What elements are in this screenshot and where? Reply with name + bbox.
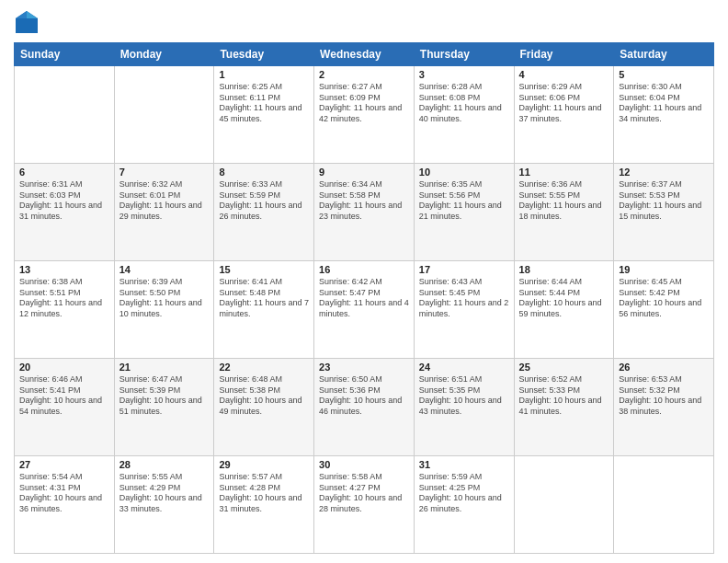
calendar-table: SundayMondayTuesdayWednesdayThursdayFrid…: [14, 42, 714, 554]
day-number: 14: [119, 264, 210, 275]
logo-icon: [14, 9, 40, 35]
day-number: 22: [219, 362, 309, 373]
day-number: 8: [219, 167, 309, 178]
day-header-friday: Friday: [514, 43, 614, 66]
day-header-saturday: Saturday: [614, 43, 714, 66]
day-cell: 3Sunrise: 6:28 AMSunset: 6:08 PMDaylight…: [414, 66, 514, 164]
day-info: Sunrise: 6:46 AMSunset: 5:41 PMDaylight:…: [19, 374, 109, 418]
day-info: Sunrise: 6:37 AMSunset: 5:53 PMDaylight:…: [619, 179, 709, 223]
day-cell: 14Sunrise: 6:39 AMSunset: 5:50 PMDayligh…: [114, 261, 214, 359]
calendar-header-row: SundayMondayTuesdayWednesdayThursdayFrid…: [15, 43, 714, 66]
day-number: 1: [219, 69, 309, 80]
day-cell: [514, 456, 614, 554]
day-info: Sunrise: 5:57 AMSunset: 4:28 PMDaylight:…: [219, 472, 309, 515]
day-cell: 20Sunrise: 6:46 AMSunset: 5:41 PMDayligh…: [15, 359, 115, 456]
day-info: Sunrise: 6:45 AMSunset: 5:42 PMDaylight:…: [619, 277, 709, 320]
day-info: Sunrise: 6:27 AMSunset: 6:09 PMDaylight:…: [319, 82, 409, 125]
day-info: Sunrise: 6:48 AMSunset: 5:38 PMDaylight:…: [219, 374, 309, 418]
day-number: 20: [19, 362, 109, 373]
week-row-3: 20Sunrise: 6:46 AMSunset: 5:41 PMDayligh…: [15, 359, 714, 456]
day-cell: 15Sunrise: 6:41 AMSunset: 5:48 PMDayligh…: [214, 261, 314, 359]
day-cell: 12Sunrise: 6:37 AMSunset: 5:53 PMDayligh…: [614, 164, 714, 261]
day-number: 9: [319, 167, 409, 178]
day-info: Sunrise: 6:41 AMSunset: 5:48 PMDaylight:…: [219, 277, 309, 320]
day-cell: 6Sunrise: 6:31 AMSunset: 6:03 PMDaylight…: [15, 164, 115, 261]
day-number: 17: [419, 264, 509, 275]
day-number: 25: [519, 362, 609, 373]
day-info: Sunrise: 5:58 AMSunset: 4:27 PMDaylight:…: [319, 472, 409, 515]
day-info: Sunrise: 6:39 AMSunset: 5:50 PMDaylight:…: [119, 277, 210, 320]
day-number: 30: [319, 459, 409, 470]
day-header-tuesday: Tuesday: [214, 43, 314, 66]
day-cell: 19Sunrise: 6:45 AMSunset: 5:42 PMDayligh…: [614, 261, 714, 359]
day-cell: 29Sunrise: 5:57 AMSunset: 4:28 PMDayligh…: [214, 456, 314, 554]
day-info: Sunrise: 6:25 AMSunset: 6:11 PMDaylight:…: [219, 82, 309, 125]
day-info: Sunrise: 6:43 AMSunset: 5:45 PMDaylight:…: [419, 277, 509, 320]
day-number: 5: [619, 69, 709, 80]
day-info: Sunrise: 6:51 AMSunset: 5:35 PMDaylight:…: [419, 374, 509, 418]
week-row-0: 1Sunrise: 6:25 AMSunset: 6:11 PMDaylight…: [15, 66, 714, 164]
day-number: 15: [219, 264, 309, 275]
day-info: Sunrise: 6:52 AMSunset: 5:33 PMDaylight:…: [519, 374, 609, 418]
day-number: 27: [19, 459, 109, 470]
day-cell: 23Sunrise: 6:50 AMSunset: 5:36 PMDayligh…: [314, 359, 415, 456]
day-cell: [114, 66, 214, 164]
day-cell: 22Sunrise: 6:48 AMSunset: 5:38 PMDayligh…: [214, 359, 314, 456]
day-info: Sunrise: 6:29 AMSunset: 6:06 PMDaylight:…: [519, 82, 609, 125]
day-header-monday: Monday: [114, 43, 214, 66]
day-cell: 16Sunrise: 6:42 AMSunset: 5:47 PMDayligh…: [314, 261, 415, 359]
day-cell: 2Sunrise: 6:27 AMSunset: 6:09 PMDaylight…: [314, 66, 415, 164]
header: [14, 9, 714, 35]
day-cell: 25Sunrise: 6:52 AMSunset: 5:33 PMDayligh…: [514, 359, 614, 456]
day-number: 16: [319, 264, 409, 275]
logo: [14, 9, 43, 35]
day-number: 2: [319, 69, 409, 80]
day-cell: 17Sunrise: 6:43 AMSunset: 5:45 PMDayligh…: [414, 261, 514, 359]
svg-marker-1: [27, 11, 38, 18]
day-info: Sunrise: 6:44 AMSunset: 5:44 PMDaylight:…: [519, 277, 609, 320]
day-info: Sunrise: 6:50 AMSunset: 5:36 PMDaylight:…: [319, 374, 409, 418]
svg-marker-2: [16, 11, 27, 18]
day-header-sunday: Sunday: [15, 43, 115, 66]
day-info: Sunrise: 6:31 AMSunset: 6:03 PMDaylight:…: [19, 179, 109, 223]
day-cell: 8Sunrise: 6:33 AMSunset: 5:59 PMDaylight…: [214, 164, 314, 261]
day-number: 4: [519, 69, 609, 80]
day-number: 11: [519, 167, 609, 178]
day-cell: 11Sunrise: 6:36 AMSunset: 5:55 PMDayligh…: [514, 164, 614, 261]
day-cell: 30Sunrise: 5:58 AMSunset: 4:27 PMDayligh…: [314, 456, 415, 554]
day-info: Sunrise: 6:38 AMSunset: 5:51 PMDaylight:…: [19, 277, 109, 320]
day-cell: 26Sunrise: 6:53 AMSunset: 5:32 PMDayligh…: [614, 359, 714, 456]
day-info: Sunrise: 6:32 AMSunset: 6:01 PMDaylight:…: [119, 179, 210, 223]
day-number: 29: [219, 459, 309, 470]
day-cell: 18Sunrise: 6:44 AMSunset: 5:44 PMDayligh…: [514, 261, 614, 359]
day-number: 23: [319, 362, 409, 373]
day-cell: 4Sunrise: 6:29 AMSunset: 6:06 PMDaylight…: [514, 66, 614, 164]
day-number: 31: [419, 459, 509, 470]
day-cell: 31Sunrise: 5:59 AMSunset: 4:25 PMDayligh…: [414, 456, 514, 554]
day-number: 7: [119, 167, 210, 178]
day-cell: 5Sunrise: 6:30 AMSunset: 6:04 PMDaylight…: [614, 66, 714, 164]
day-number: 21: [119, 362, 210, 373]
day-info: Sunrise: 6:33 AMSunset: 5:59 PMDaylight:…: [219, 179, 309, 223]
day-number: 19: [619, 264, 709, 275]
day-info: Sunrise: 6:30 AMSunset: 6:04 PMDaylight:…: [619, 82, 709, 125]
day-cell: [15, 66, 115, 164]
day-info: Sunrise: 6:28 AMSunset: 6:08 PMDaylight:…: [419, 82, 509, 125]
day-cell: 13Sunrise: 6:38 AMSunset: 5:51 PMDayligh…: [15, 261, 115, 359]
day-info: Sunrise: 5:55 AMSunset: 4:29 PMDaylight:…: [119, 472, 210, 515]
day-cell: 21Sunrise: 6:47 AMSunset: 5:39 PMDayligh…: [114, 359, 214, 456]
day-info: Sunrise: 6:53 AMSunset: 5:32 PMDaylight:…: [619, 374, 709, 418]
day-cell: 1Sunrise: 6:25 AMSunset: 6:11 PMDaylight…: [214, 66, 314, 164]
day-number: 13: [19, 264, 109, 275]
week-row-1: 6Sunrise: 6:31 AMSunset: 6:03 PMDaylight…: [15, 164, 714, 261]
day-number: 6: [19, 167, 109, 178]
day-number: 10: [419, 167, 509, 178]
day-cell: 27Sunrise: 5:54 AMSunset: 4:31 PMDayligh…: [15, 456, 115, 554]
day-cell: 28Sunrise: 5:55 AMSunset: 4:29 PMDayligh…: [114, 456, 214, 554]
day-number: 24: [419, 362, 509, 373]
day-cell: 7Sunrise: 6:32 AMSunset: 6:01 PMDaylight…: [114, 164, 214, 261]
day-cell: 10Sunrise: 6:35 AMSunset: 5:56 PMDayligh…: [414, 164, 514, 261]
week-row-2: 13Sunrise: 6:38 AMSunset: 5:51 PMDayligh…: [15, 261, 714, 359]
day-cell: 9Sunrise: 6:34 AMSunset: 5:58 PMDaylight…: [314, 164, 415, 261]
day-cell: [614, 456, 714, 554]
